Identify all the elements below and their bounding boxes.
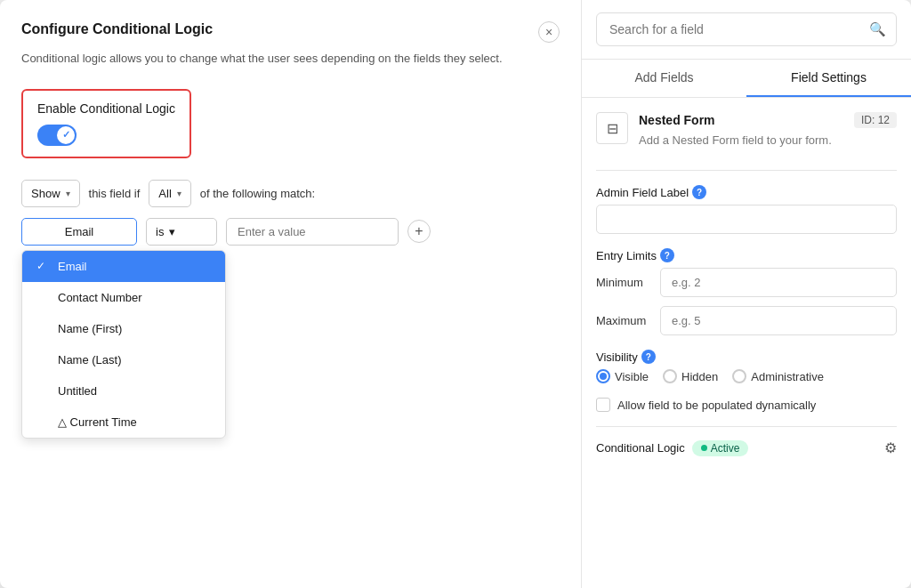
radio-administrative-label: Administrative: [751, 370, 824, 383]
entry-limits-label: Entry Limits ?: [596, 248, 897, 262]
dropdown-label-last: Name (Last): [58, 353, 122, 366]
enable-logic-label: Enable Conditional Logic: [37, 101, 175, 116]
search-bar: 🔍: [582, 0, 911, 60]
match-chevron-icon: ▾: [177, 189, 181, 198]
minimum-input[interactable]: [660, 268, 897, 297]
tabs-row: Add Fields Field Settings: [582, 60, 911, 98]
entry-limits-help-icon[interactable]: ?: [660, 248, 674, 262]
right-panel: 🔍 Add Fields Field Settings ⊟ Nested For…: [582, 0, 911, 588]
tab-add-fields[interactable]: Add Fields: [582, 60, 746, 97]
suffix-text: of the following match:: [200, 187, 315, 200]
modal-description: Conditional logic allows you to change w…: [21, 50, 560, 68]
admin-field-label-section: Admin Field Label ?: [596, 185, 897, 248]
active-badge-label: Active: [711, 442, 740, 455]
modal-title: Configure Conditional Logic: [21, 21, 213, 37]
show-select[interactable]: Show ▾: [21, 180, 80, 207]
dropdown-label-first: Name (First): [58, 322, 122, 335]
toggle-knob: ✓: [57, 126, 75, 144]
dropdown-label-email: Email: [58, 260, 87, 273]
conditional-logic-label: Conditional Logic: [596, 441, 685, 455]
dynamic-checkbox-row: Allow field to be populated dynamically: [596, 398, 897, 412]
field-select-button[interactable]: Email: [21, 218, 137, 246]
visibility-radio-group: Visible Hidden Administrative: [596, 369, 897, 383]
minimum-label: Minimum: [596, 276, 649, 289]
dropdown-item-last[interactable]: Name (Last): [22, 344, 225, 375]
tab-field-settings[interactable]: Field Settings: [746, 60, 911, 97]
operator-chevron-icon: ▾: [169, 225, 175, 238]
visibility-section: Visibility ? Visible Hidden: [596, 350, 897, 383]
maximum-row: Maximum: [596, 306, 897, 335]
dropdown-label-untitled: Untitled: [58, 384, 97, 398]
visibility-help-icon[interactable]: ?: [641, 350, 656, 364]
add-condition-button[interactable]: +: [407, 220, 431, 243]
dynamic-checkbox-label: Allow field to be populated dynamically: [617, 399, 816, 412]
radio-hidden-label: Hidden: [681, 370, 718, 383]
operator-select[interactable]: is ▾: [146, 218, 217, 246]
field-name: Nested Form: [639, 113, 715, 127]
condition-row: Show ▾ this field if All ▾ of the follow…: [21, 180, 560, 207]
radio-inner-visible: [600, 373, 607, 380]
field-id-badge: ID: 12: [854, 112, 897, 128]
field-card: ⊟ Nested Form ID: 12 Add a Nested Form f…: [596, 112, 897, 149]
section-divider: [596, 170, 897, 171]
operator-label: is: [156, 225, 164, 238]
radio-hidden[interactable]: Hidden: [663, 369, 718, 383]
radio-visible[interactable]: Visible: [596, 369, 649, 383]
active-dot: [701, 445, 707, 451]
enable-logic-toggle[interactable]: ✓: [37, 125, 77, 146]
admin-field-help-icon[interactable]: ?: [692, 185, 706, 199]
show-chevron-icon: ▾: [66, 189, 70, 198]
right-content: ⊟ Nested Form ID: 12 Add a Nested Form f…: [582, 98, 911, 588]
check-icon: ✓: [36, 260, 51, 272]
field-if-text: this field if: [89, 187, 141, 200]
field-type-icon: ⊟: [596, 112, 628, 144]
maximum-label: Maximum: [596, 314, 649, 327]
field-info: Nested Form ID: 12 Add a Nested Form fie…: [639, 112, 897, 149]
dynamic-checkbox[interactable]: [596, 398, 610, 412]
dropdown-item-untitled[interactable]: Untitled: [22, 375, 225, 407]
radio-circle-administrative: [732, 369, 746, 383]
dropdown-label-contact: Contact Number: [58, 291, 142, 304]
nested-form-icon: ⊟: [607, 120, 618, 137]
search-input-wrap: 🔍: [596, 12, 897, 46]
radio-circle-hidden: [663, 369, 677, 383]
dropdown-item-first[interactable]: Name (First): [22, 313, 225, 344]
admin-field-label-input[interactable]: [596, 205, 897, 234]
conditional-logic-row: Conditional Logic Active ⚙: [596, 426, 897, 456]
modal-header: Configure Conditional Logic ×: [21, 21, 560, 43]
search-icon: 🔍: [869, 21, 886, 37]
field-selected-label: Email: [65, 225, 94, 238]
toggle-check-icon: ✓: [62, 129, 70, 141]
dropdown-item-contact[interactable]: Contact Number: [22, 282, 225, 313]
dropdown-label-current-time: △ Current Time: [58, 415, 137, 429]
admin-field-label-label: Admin Field Label ?: [596, 185, 897, 199]
search-input[interactable]: [596, 12, 897, 46]
field-condition-row: Email ✓ Email Contact Number Name (First…: [21, 218, 560, 246]
field-select-wrapper: Email ✓ Email Contact Number Name (First…: [21, 218, 137, 246]
match-select[interactable]: All ▾: [149, 180, 190, 207]
close-button[interactable]: ×: [538, 21, 560, 43]
conditional-logic-left: Conditional Logic Active: [596, 440, 748, 456]
gear-icon[interactable]: ⚙: [884, 439, 897, 456]
enable-logic-box: Enable Conditional Logic ✓: [21, 89, 191, 158]
field-dropdown-menu: ✓ Email Contact Number Name (First) Name…: [21, 250, 226, 439]
value-input[interactable]: [226, 218, 399, 246]
dropdown-item-current-time[interactable]: △ Current Time: [22, 407, 225, 438]
active-badge: Active: [692, 440, 749, 456]
entry-limits-section: Entry Limits ? Minimum Maximum: [596, 248, 897, 335]
minimum-row: Minimum: [596, 268, 897, 297]
radio-administrative[interactable]: Administrative: [732, 369, 824, 383]
visibility-label: Visibility ?: [596, 350, 897, 364]
left-panel: Configure Conditional Logic × Conditiona…: [0, 0, 582, 588]
field-description: Add a Nested Form field to your form.: [639, 133, 832, 147]
dropdown-item-email[interactable]: ✓ Email: [22, 251, 225, 282]
field-name-row: Nested Form ID: 12: [639, 112, 897, 128]
maximum-input[interactable]: [660, 306, 897, 335]
radio-circle-visible: [596, 369, 610, 383]
show-label: Show: [31, 187, 60, 200]
radio-visible-label: Visible: [615, 370, 649, 383]
match-label: All: [158, 187, 171, 200]
